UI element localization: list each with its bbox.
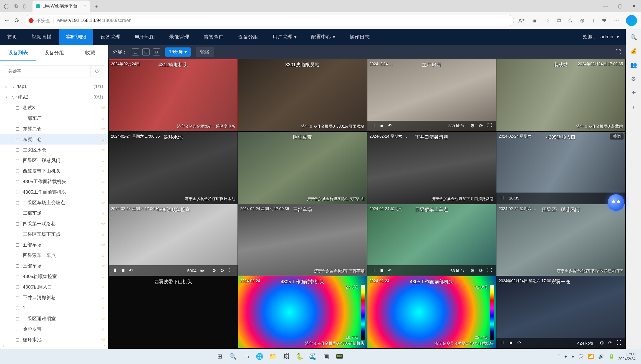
device-item[interactable]: ▢二采区避难硐室☆ — [0, 313, 108, 324]
workspaces-icon[interactable]: ⧉ — [14, 3, 18, 9]
taskbar-app-9[interactable]: 📟 — [334, 351, 345, 362]
stop-icon[interactable]: ■ — [380, 268, 383, 273]
video-cell-15[interactable]: 2024年02月24日 星期六 17:00:35东翼一仓⏸■↶424 kb/s⚙… — [496, 276, 625, 348]
search-button[interactable]: ⟳ — [90, 65, 104, 77]
layout-4-icon[interactable]: ⊞ — [142, 48, 150, 55]
gear-icon[interactable]: ⚙ — [600, 340, 604, 346]
refresh-icon[interactable]: ⟳ — [14, 17, 19, 24]
star-icon[interactable]: ☆ — [101, 337, 105, 342]
rail-icon-2[interactable]: 👥 — [630, 62, 637, 68]
pause-icon[interactable]: ⏸ — [371, 123, 376, 129]
gear-icon[interactable]: ⚙ — [470, 268, 475, 274]
star-icon[interactable]: ☆ — [101, 200, 105, 205]
device-group[interactable]: ▾⛬测试3(0/1) — [0, 92, 108, 102]
video-cell-0[interactable]: 2024年02月24日4312轨顺机头济宁金乡县金桥煤矿一采区变电所 — [109, 59, 238, 131]
close-window-icon[interactable]: ✕ — [632, 3, 636, 9]
device-item[interactable]: ▢测试3☆ — [0, 102, 108, 113]
video-cell-9[interactable]: 2024-02-24 星期六 17:00:36三部车场济宁金乡县金桥煤矿三部车场 — [238, 204, 367, 276]
close-tab-icon[interactable]: ✕ — [84, 4, 87, 8]
nav-item-9[interactable]: 配置中心▾ — [304, 29, 342, 45]
pause-icon[interactable]: ⏸ — [113, 268, 117, 273]
device-item[interactable]: ▢一部车厂☆ — [0, 113, 108, 123]
device-tree[interactable]: ▸⛬rtsp1(1/1)▾⛬测试3(0/1)▢测试3☆▢一部车厂☆▢东翼二仓☆▢… — [0, 81, 108, 343]
device-item[interactable]: ▢二采区水仓☆ — [0, 145, 108, 155]
device-item[interactable]: ▢4305工作面转载机头☆ — [0, 176, 108, 187]
browser-action-icon-0[interactable]: A⁺ — [518, 17, 525, 24]
taskbar-app-7[interactable]: 🌊 — [308, 351, 318, 362]
browser-action-icon-1[interactable]: ▣ — [532, 17, 537, 24]
nav-item-4[interactable]: 电子地图 — [128, 29, 162, 45]
star-icon[interactable]: ☆ — [101, 242, 105, 247]
layout-9-icon[interactable]: ⊟ — [153, 48, 160, 55]
taskbar-app-4[interactable]: 📁 — [268, 351, 278, 362]
star-icon[interactable]: ☆ — [101, 179, 105, 184]
star-icon[interactable]: ☆ — [101, 274, 105, 279]
rotate-button[interactable]: 轮播 — [196, 47, 214, 57]
video-cell-7[interactable]: 2024-02-24 星期六4305轨顺入口关闭⏸18:39⛶ — [496, 132, 625, 204]
star-icon[interactable]: ☆ — [101, 189, 105, 195]
sidebar-tab-2[interactable]: 收藏 — [72, 45, 108, 61]
device-item[interactable]: ▢三部车场☆ — [0, 261, 108, 271]
device-item[interactable]: ▢西翼皮带下山机头☆ — [0, 166, 108, 176]
taskbar-app-1[interactable]: 🔍 — [228, 351, 238, 362]
rail-icon-4[interactable]: ✈ — [631, 89, 636, 96]
reload-icon[interactable]: ⟳ — [479, 123, 483, 129]
new-tab-button[interactable]: ＋ — [93, 2, 99, 10]
device-item[interactable]: ▢四采区一联巷风门☆ — [0, 155, 108, 166]
rail-icon-0[interactable]: 🔍 — [630, 34, 637, 41]
tray-icon-6[interactable]: 🔋 — [609, 353, 614, 359]
star-icon[interactable]: ☆ — [101, 263, 105, 269]
pause-icon[interactable]: ⏸ — [500, 195, 505, 201]
taskbar-app-8[interactable]: ▣ — [321, 351, 332, 362]
taskbar-app-0[interactable]: ⊞ — [214, 351, 225, 362]
star-icon[interactable]: ☆ — [101, 105, 105, 110]
welcome-user[interactable]: 欢迎，admin▾ — [576, 29, 626, 45]
device-item[interactable]: ▢二部车场☆ — [0, 208, 108, 218]
tray-icon-4[interactable]: 📶 — [588, 353, 594, 359]
video-cell-4[interactable]: 2024-02-24 星期六 17:00:35循环水池济宁金乡县金桥煤矿循环水池 — [109, 132, 238, 204]
ai-assistant-icon[interactable] — [608, 194, 624, 211]
nav-item-2[interactable]: 实时调阅 — [59, 29, 93, 45]
rail-icon-1[interactable]: 💰 — [630, 48, 637, 54]
reload-icon[interactable]: ⟳ — [479, 268, 483, 274]
device-item[interactable]: ▢4305轨顺集控室☆ — [0, 271, 108, 282]
video-cell-11[interactable]: 2024-02-24 星期六 …四采区一联巷风门济宁金乡县金桥煤矿四采区联巷风门… — [496, 204, 625, 276]
rewind-icon[interactable]: ↶ — [388, 123, 392, 129]
video-cell-6[interactable]: 2024-02-24 星期六 …下井口清撇斜巷济宁金乡县金桥煤矿下井口清撇斜巷 — [367, 132, 496, 204]
star-icon[interactable]: ☆ — [101, 295, 105, 300]
star-icon[interactable]: ☆ — [101, 158, 105, 163]
device-item[interactable]: ▢下井口清撇斜巷☆ — [0, 292, 108, 303]
close-stream-button[interactable]: 关闭 — [610, 133, 624, 140]
taskbar-app-5[interactable]: 🖼 — [281, 351, 292, 362]
stop-icon[interactable]: ■ — [380, 123, 383, 129]
video-cell-1[interactable]: 3301皮顺限员站济宁金乡县金桥煤矿3301皮顺限员站 — [238, 59, 367, 131]
fullscreen-icon[interactable]: ⛶ — [487, 123, 492, 129]
video-cell-13[interactable]: 2024-02-244305工作面转载机头济宁金乡县金桥煤矿4305前部机头27… — [238, 276, 367, 348]
browser-action-icon-5[interactable]: ⊕ — [580, 17, 585, 24]
device-item[interactable]: ▢4305轨顺入口☆ — [0, 282, 108, 292]
video-cell-8[interactable]: 2024-02-24 星期六 17:00:364305轨顺集控室⏸■↶5004 … — [109, 204, 238, 276]
minimize-icon[interactable]: — — [603, 3, 608, 9]
sidebar-tab-0[interactable]: 设备列表 — [0, 45, 36, 61]
device-item[interactable]: ▢四采猴车上车点☆ — [0, 250, 108, 261]
star-icon[interactable]: ☆ — [101, 221, 105, 226]
star-icon[interactable]: ☆ — [101, 168, 105, 174]
sidebar-icon[interactable]: ▯ — [23, 3, 26, 9]
device-item[interactable]: ▢二采区车场下车点☆ — [0, 229, 108, 239]
video-cell-14[interactable]: 2024-02-244305工作面前部机头济宁金乡县金桥煤矿4305转载机头32… — [367, 276, 496, 348]
browser-tab[interactable]: LiveWeb演示平台 ✕ — [32, 1, 90, 12]
fullscreen-icon[interactable]: ⛶ — [487, 268, 492, 274]
screens-dropdown[interactable]: 16分屏▾ — [165, 47, 191, 57]
star-icon[interactable]: ☆ — [101, 305, 105, 311]
fullscreen-icon[interactable]: ⛶ — [617, 340, 621, 346]
layout-1-icon[interactable]: ▢ — [132, 48, 139, 55]
nav-item-7[interactable]: 设备分组 — [231, 29, 265, 45]
gear-icon[interactable]: ⚙ — [212, 268, 216, 274]
browser-action-icon-2[interactable]: ☆ — [545, 17, 550, 24]
stop-icon[interactable]: ■ — [122, 268, 125, 273]
video-cell-2[interactable]: 2024. 2.24 …主厂房西⏸■↶238 kb/s⚙⟳⛶ — [367, 59, 496, 131]
device-item[interactable]: ▢四采第一联络巷☆ — [0, 218, 108, 229]
star-icon[interactable]: ☆ — [101, 116, 105, 121]
pause-icon[interactable]: ⏸ — [371, 268, 376, 273]
star-icon[interactable]: ☆ — [101, 327, 105, 332]
